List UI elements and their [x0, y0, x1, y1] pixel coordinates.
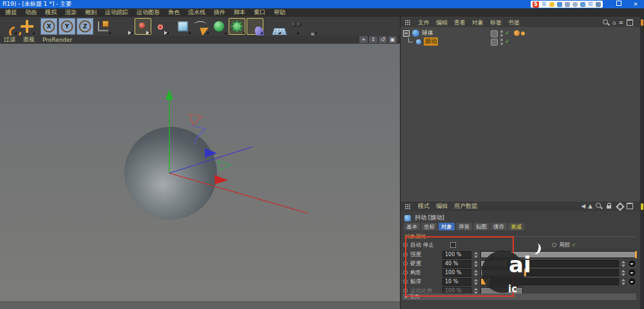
menu-item-8[interactable]: 角色 [168, 8, 180, 17]
pan-icon[interactable]: + [359, 36, 368, 43]
y-axis-arrow[interactable] [166, 89, 173, 100]
menu-item-1[interactable]: 捕捉 [5, 8, 17, 17]
panel-grid-icon[interactable] [404, 203, 412, 211]
visibility-dot-top[interactable] [500, 30, 503, 33]
viewport-menu-2[interactable]: 面板 [23, 35, 35, 44]
slider-handle[interactable] [635, 251, 637, 258]
object-manager-tree[interactable]: 球体✓颤动✓ [401, 27, 640, 201]
tag-icon[interactable] [521, 32, 525, 35]
value-stepper[interactable] [621, 270, 625, 276]
object-name[interactable]: 球体 [422, 29, 433, 37]
visibility-dot-bottom[interactable] [500, 34, 503, 37]
mic-icon[interactable] [557, 2, 562, 7]
deformers-button[interactable] [247, 18, 263, 35]
tab-坐标[interactable]: 坐标 [421, 223, 437, 230]
primitive-cube-button[interactable] [175, 18, 191, 35]
panel-icon[interactable] [626, 19, 634, 26]
tab-弹簧[interactable]: 弹簧 [456, 223, 472, 230]
menu-item-7[interactable]: 运动图形 [137, 8, 160, 17]
render-picture-viewer-button[interactable] [135, 18, 151, 35]
tab-对象[interactable]: 对象 [439, 223, 455, 230]
keyboard-icon[interactable] [565, 2, 570, 7]
plane-handle-green[interactable] [218, 161, 231, 170]
expand-toggle-icon[interactable] [403, 30, 410, 37]
panel-icon[interactable] [596, 2, 601, 7]
render-settings-button[interactable] [153, 18, 169, 35]
panel-grid-icon[interactable] [404, 19, 412, 26]
gear-icon[interactable] [616, 202, 623, 210]
palette-tab-icon[interactable] [641, 203, 643, 210]
menu-item-2[interactable]: 动画 [25, 8, 37, 17]
om-menu-6[interactable]: 书签 [508, 19, 520, 27]
am-menu-1[interactable]: 模式 [418, 202, 430, 211]
object-name[interactable]: 颤动 [424, 37, 438, 46]
layer-toggle-icon[interactable] [491, 39, 498, 46]
viewport-menu-1[interactable]: 过滤 [4, 35, 15, 44]
rotate-icon[interactable]: ↺ [379, 36, 387, 43]
menu-item-9[interactable]: 流水线 [188, 8, 205, 17]
tab-贴图[interactable]: 贴图 [473, 223, 489, 230]
lock-y-button[interactable]: Y [59, 18, 75, 35]
value-stepper[interactable] [621, 279, 625, 285]
menu-item-13[interactable]: 帮助 [274, 8, 285, 17]
am-menu-2[interactable]: 编辑 [436, 202, 448, 211]
menu-item-11[interactable]: 脚本 [234, 8, 245, 17]
person-icon[interactable] [573, 2, 578, 7]
restore-window-button[interactable] [611, 0, 627, 8]
enable-check-icon[interactable]: ✓ [505, 29, 510, 37]
om-menu-1[interactable]: 文件 [418, 19, 430, 27]
undo-button[interactable] [1, 18, 17, 35]
direction-dial-icon[interactable] [628, 259, 636, 268]
om-menu-4[interactable]: 对象 [472, 19, 484, 27]
enable-check-icon[interactable]: ✓ [505, 37, 510, 46]
tab-缓存[interactable]: 缓存 [491, 223, 507, 230]
direction-dial-icon[interactable] [628, 277, 636, 286]
lock-icon[interactable] [605, 202, 613, 210]
move-tool-button[interactable] [19, 18, 35, 35]
ime-lang-label[interactable]: 简 [588, 1, 593, 8]
ime-mode-label[interactable]: 英 [542, 1, 547, 8]
menu-item-10[interactable]: 插件 [214, 8, 225, 17]
search-icon[interactable] [595, 202, 603, 210]
search-icon[interactable] [602, 19, 610, 26]
menu-item-5[interactable]: 雕刻 [85, 8, 97, 17]
filter-icon[interactable]: ≡ [618, 19, 623, 26]
menu-item-12[interactable]: 窗口 [254, 8, 265, 17]
am-menu-3[interactable]: 用户数据 [454, 202, 477, 211]
viewport-canvas[interactable] [0, 44, 400, 301]
panel-icon[interactable] [626, 202, 634, 210]
key-circle-icon[interactable] [552, 243, 556, 247]
ime-toolbar[interactable]: S 英 简 [531, 1, 603, 8]
lock-x-button[interactable]: X [41, 18, 57, 35]
smiley-icon[interactable] [549, 2, 554, 7]
lock-z-button[interactable]: Z [77, 18, 93, 35]
tab-基本[interactable]: 基本 [404, 223, 420, 230]
render-view-button[interactable] [117, 18, 133, 35]
menu-item-3[interactable]: 模拟 [45, 8, 57, 17]
visibility-dot-bottom[interactable] [500, 42, 503, 45]
close-window-button[interactable]: × [627, 0, 644, 8]
phong-tag-icon[interactable] [514, 30, 520, 36]
visibility-dot-top[interactable] [500, 39, 503, 41]
quad-view-icon[interactable]: ▣ [388, 36, 397, 43]
coord-system-button[interactable] [95, 18, 111, 35]
object-row[interactable]: 颤动✓ [401, 37, 640, 46]
om-menu-2[interactable]: 编辑 [436, 19, 448, 27]
om-menu-3[interactable]: 查看 [454, 19, 466, 27]
direction-dial-icon[interactable] [628, 268, 636, 277]
light-button[interactable] [301, 18, 317, 35]
menu-item-6[interactable]: 运动跟踪 [105, 8, 128, 17]
subdivision-surface-button[interactable] [211, 18, 227, 35]
menu-item-4[interactable]: 渲染 [65, 8, 77, 17]
axis-gizmo[interactable] [0, 44, 400, 301]
floor-button[interactable] [265, 18, 281, 35]
object-row[interactable]: 球体✓ [401, 29, 640, 37]
x-axis-arrow[interactable] [214, 175, 228, 184]
spline-pen-button[interactable] [193, 18, 209, 35]
up-icon[interactable]: ▲ [588, 202, 592, 210]
home-icon[interactable]: ⌂ [612, 19, 616, 26]
viewport-menu-3[interactable]: ProRender [43, 37, 72, 43]
om-menu-5[interactable]: 标签 [490, 19, 502, 27]
palette-tab-icon[interactable] [641, 19, 643, 26]
z-axis-arrow[interactable] [205, 148, 217, 158]
